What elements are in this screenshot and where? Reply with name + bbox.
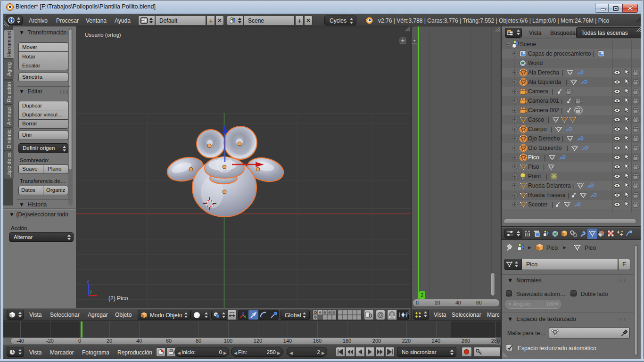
svg-text:|: | <box>551 126 552 132</box>
svg-text:Usuario (ortog): Usuario (ortog) <box>85 32 121 38</box>
svg-text:y: y <box>90 289 92 294</box>
svg-text:|: | <box>593 50 594 57</box>
svg-text:|: | <box>552 88 553 95</box>
svg-text:(2) Pico: (2) Pico <box>108 295 128 302</box>
svg-text:|: | <box>544 154 545 161</box>
svg-text:|: | <box>546 173 547 180</box>
svg-text:|: | <box>568 192 569 198</box>
svg-text:z: z <box>87 279 89 284</box>
svg-text:|: | <box>543 164 545 170</box>
svg-text:|: | <box>561 107 562 114</box>
svg-text:|: | <box>561 98 562 104</box>
svg-text:|: | <box>548 116 549 123</box>
svg-text:|: | <box>552 201 553 208</box>
svg-text:|: | <box>567 145 568 151</box>
svg-text:|: | <box>572 182 574 189</box>
svg-text:|: | <box>566 79 567 85</box>
svg-text:|: | <box>562 69 563 76</box>
svg-text:|: | <box>562 135 563 142</box>
